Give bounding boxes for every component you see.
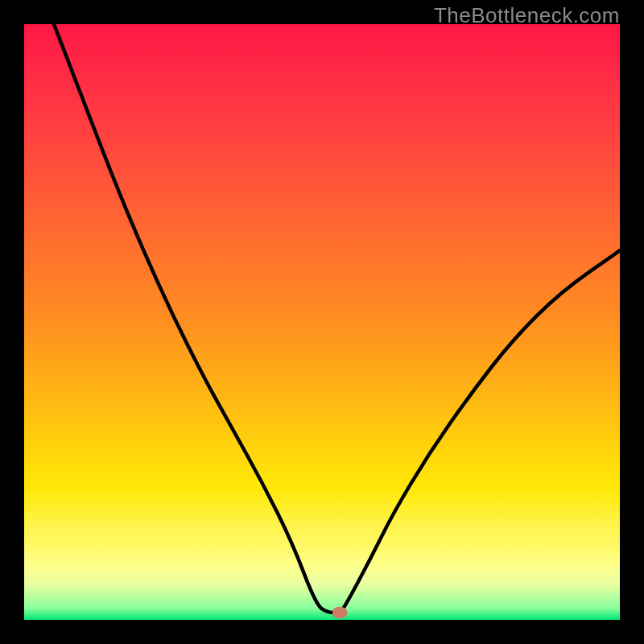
optimum-marker bbox=[332, 607, 347, 618]
bottleneck-curve bbox=[24, 24, 620, 620]
plot-area bbox=[24, 24, 620, 620]
chart-frame: TheBottleneck.com bbox=[0, 0, 644, 644]
